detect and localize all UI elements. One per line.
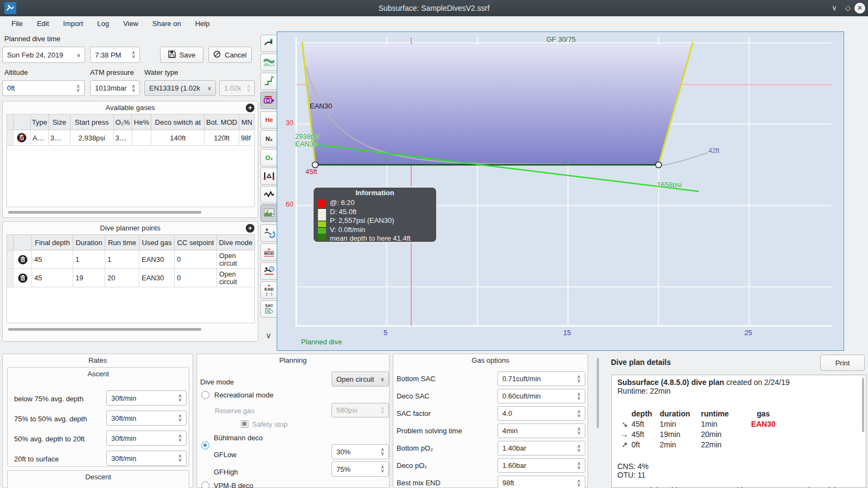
gas-size[interactable]: 3… [49, 130, 71, 146]
points-hscrollbar[interactable] [8, 328, 201, 331]
maximize-button[interactable]: ◇ [843, 3, 853, 14]
gas-start-press[interactable]: 2,938psi [71, 130, 114, 146]
altitude-spinner[interactable]: 0ft ∧∨ [2, 80, 85, 96]
problem-solving-time-spinner[interactable]: 4min ∧∨ [497, 423, 585, 438]
profile-handle[interactable] [656, 162, 662, 168]
rate-spinner[interactable]: 30ft/min ∧∨ [106, 431, 187, 446]
water-type-combo[interactable]: EN13319 (1.02k ∨ [144, 80, 216, 96]
gases-hscrollbar[interactable] [8, 211, 201, 214]
ruler-toggle[interactable] [260, 168, 278, 185]
gas-type[interactable]: A… [31, 130, 49, 146]
ead-toggle[interactable]: +EAD(···) [260, 281, 278, 299]
dive-profile-chart[interactable]: GF 30/75 30 60 5 15 25 EAN30 2938psi EAN… [277, 31, 844, 351]
gas-o2[interactable]: 3… [114, 130, 132, 146]
setpoint-toggle[interactable] [260, 92, 278, 109]
spinner-arrows[interactable]: ∧∨ [575, 427, 583, 435]
dive-date-combo[interactable]: Sun Feb 24, 2019 ∨ [2, 47, 85, 63]
col-dive-mode[interactable]: Dive mode [217, 235, 254, 251]
col-used-gas[interactable]: Used gas [139, 235, 175, 251]
menu-view[interactable]: View [116, 20, 145, 28]
diver-time-toggle[interactable] [260, 262, 278, 280]
menu-file[interactable]: File [4, 20, 30, 28]
buhlmann-deco-radio[interactable] [201, 441, 209, 450]
dive-mode-combo[interactable]: Open circuit ∨ [331, 371, 389, 387]
toolbar-collapse-button[interactable]: ∨ [262, 331, 275, 342]
col-he[interactable]: He% [132, 114, 151, 130]
col-duration[interactable]: Duration [73, 235, 105, 251]
add-gas-button[interactable]: + [246, 104, 254, 112]
col-cc-setpoint[interactable]: CC setpoint [175, 235, 217, 251]
o2-graph-toggle[interactable]: O₂ [260, 149, 278, 166]
n2-graph-toggle[interactable]: N₂ [260, 130, 278, 147]
safety-stop-checkbox[interactable] [241, 420, 248, 428]
point-final-depth[interactable]: 45 [32, 251, 73, 269]
gas-deco-switch[interactable]: 140ft [151, 130, 205, 146]
menu-share-on[interactable]: Share on [145, 20, 188, 28]
spinner-arrows[interactable]: ∧∨ [129, 51, 138, 59]
dive-time-spinner[interactable]: 7:38 PM ∧∨ [90, 47, 140, 63]
delete-point-icon[interactable] [14, 269, 32, 287]
point-final-depth[interactable]: 45 [32, 269, 73, 287]
best-mix-end-spinner[interactable]: 98ft ∧∨ [497, 476, 585, 488]
dive-plan-text[interactable]: Subsurface (4.8.5.0) dive plan created o… [611, 375, 866, 488]
save-button[interactable]: Save [160, 47, 203, 63]
gas-bot-mod[interactable]: 120ft [205, 130, 239, 146]
spinner-arrows[interactable]: ∧∨ [575, 445, 583, 452]
menu-import[interactable]: Import [56, 20, 90, 28]
menu-log[interactable]: Log [90, 20, 116, 28]
recreational-mode-radio[interactable] [201, 391, 209, 399]
atm-pressure-spinner[interactable]: 1013mbar ∧∨ [90, 80, 140, 96]
profile-dive-computer-toggle[interactable] [260, 35, 278, 52]
heartrate-toggle[interactable] [260, 186, 278, 203]
gflow-spinner[interactable]: 30% ∧∨ [331, 444, 389, 459]
spinner-arrows[interactable]: ∧∨ [575, 393, 583, 400]
col-run-time[interactable]: Run time [105, 235, 139, 251]
delete-point-icon[interactable] [14, 251, 32, 269]
vpmb-deco-radio[interactable] [201, 481, 209, 488]
he-graph-toggle[interactable]: He [260, 111, 278, 129]
profile-handle[interactable] [312, 162, 318, 168]
point-duration[interactable]: 19 [73, 269, 105, 287]
point-used-gas[interactable]: EAN30 [139, 251, 175, 269]
mod-toggle[interactable]: +MOD [260, 243, 278, 261]
deco-po2-spinner[interactable]: 1.60bar ∧∨ [497, 458, 585, 473]
spinner-arrows[interactable]: ∧∨ [575, 375, 583, 383]
gfhigh-spinner[interactable]: 75% ∧∨ [331, 461, 389, 477]
bottom-sac-spinner[interactable]: 0.71cuft/min ∧∨ [497, 371, 585, 386]
gas-mnd[interactable]: 98f [239, 130, 254, 146]
col-type[interactable]: Type [31, 114, 49, 130]
diver-recycle-toggle[interactable] [260, 224, 278, 242]
menu-help[interactable]: Help [188, 20, 217, 28]
spinner-arrows[interactable]: ∧∨ [74, 85, 82, 92]
waves-toggle[interactable] [260, 54, 278, 71]
sac-toggle[interactable]: SAC [260, 300, 278, 318]
delete-gas-icon[interactable] [14, 130, 31, 146]
rate-spinner[interactable]: 30ft/min ∧∨ [106, 451, 187, 466]
close-button[interactable]: ✕ [854, 3, 865, 14]
point-row[interactable]: 45 1 1 EAN30 0 Open circuit [7, 251, 254, 269]
point-dive-mode[interactable]: Open circuit [217, 251, 254, 269]
spinner-arrows[interactable]: ∧∨ [176, 394, 184, 402]
point-run-time[interactable]: 1 [105, 251, 139, 269]
information-tooltip[interactable]: Information @: 6:20 D: 45.0ft P: 2,557ps… [312, 187, 437, 243]
col-mnd[interactable]: MN [239, 114, 254, 130]
menu-edit[interactable]: Edit [30, 20, 56, 28]
sac-factor-spinner[interactable]: 4.0 ∧∨ [497, 406, 585, 421]
gas-he[interactable] [132, 130, 152, 146]
spinner-arrows[interactable]: ∧∨ [378, 448, 387, 455]
point-dive-mode[interactable]: Open circuit [217, 269, 254, 287]
spinner-arrows[interactable]: ∧∨ [129, 85, 138, 92]
rate-spinner[interactable]: 30ft/min ∧∨ [106, 390, 187, 406]
photos-toggle[interactable] [260, 204, 278, 222]
point-cc-setpoint[interactable]: 0 [175, 251, 217, 269]
gas-row[interactable]: A… 3… 2,938psi 3… 140ft 120ft 98f [7, 130, 254, 146]
minimize-button[interactable]: ∨ [829, 3, 840, 14]
spinner-arrows[interactable]: ∧∨ [575, 462, 583, 470]
plan-text-vscrollbar[interactable] [862, 378, 864, 432]
col-start-press[interactable]: Start press [71, 114, 114, 130]
point-used-gas[interactable]: EAN30 [139, 269, 175, 287]
point-run-time[interactable]: 20 [105, 269, 139, 287]
spinner-arrows[interactable]: ∧∨ [575, 479, 583, 487]
rate-spinner[interactable]: 30ft/min ∧∨ [106, 410, 187, 426]
add-point-button[interactable]: + [246, 224, 254, 233]
